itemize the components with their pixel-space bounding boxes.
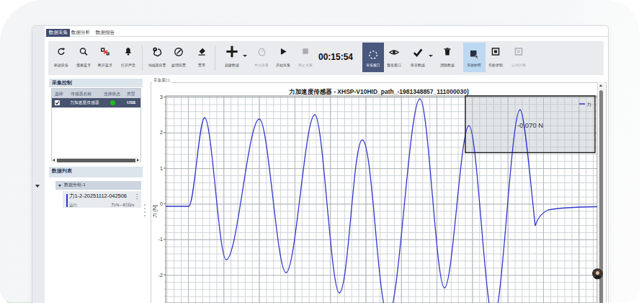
svg-text:1: 1 — [160, 166, 163, 171]
svg-text:0: 0 — [160, 201, 163, 206]
svg-text:-1: -1 — [158, 237, 163, 242]
svg-text:3: 3 — [160, 95, 163, 100]
svg-text:力: 力 — [587, 102, 592, 107]
svg-text:2: 2 — [160, 130, 163, 135]
svg-text:-2: -2 — [158, 273, 163, 278]
svg-text:力加速度传感器 - XHSP-V10HID_path_-19: 力加速度传感器 - XHSP-V10HID_path_-1981348857_1… — [288, 88, 469, 95]
svg-text:力 [N]: 力 [N] — [153, 205, 158, 218]
svg-text:-0.070 N: -0.070 N — [517, 121, 544, 129]
